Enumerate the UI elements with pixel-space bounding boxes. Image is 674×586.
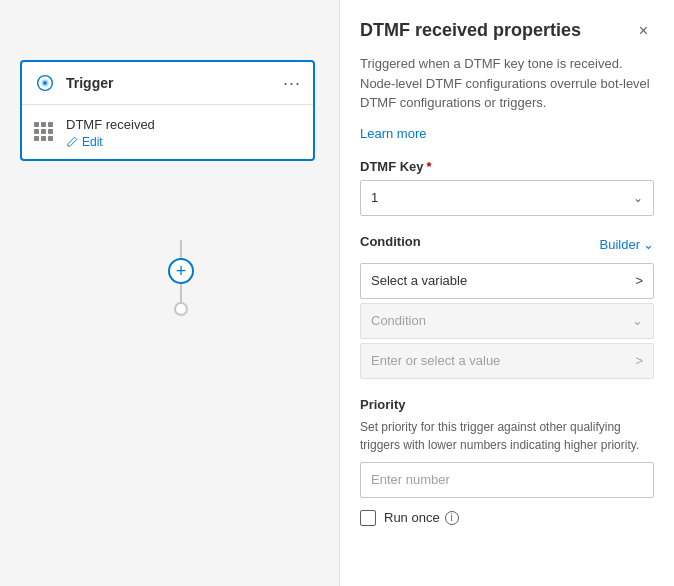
value-row: Enter or select a value > (360, 343, 654, 379)
priority-description: Set priority for this trigger against ot… (360, 418, 654, 454)
chevron-right-icon: > (635, 273, 643, 288)
priority-label: Priority (360, 397, 654, 412)
dtmf-grid-icon (34, 122, 56, 144)
trigger-icon (34, 72, 56, 94)
variable-select-dropdown[interactable]: Select a variable > (360, 263, 654, 299)
trigger-menu-button[interactable]: ··· (283, 73, 301, 94)
dtmf-key-dropdown[interactable]: 1 ⌄ (360, 180, 654, 216)
trigger-header-left: Trigger (34, 72, 113, 94)
close-button[interactable]: × (633, 20, 654, 42)
edit-link[interactable]: Edit (66, 135, 155, 149)
add-step-button[interactable]: + (168, 258, 194, 284)
trigger-title: Trigger (66, 75, 113, 91)
run-once-row: Run once i (360, 510, 654, 526)
run-once-checkbox[interactable] (360, 510, 376, 526)
connector-line-top (180, 240, 182, 258)
run-once-label: Run once i (384, 510, 459, 525)
condition-section: Condition Builder ⌄ Select a variable > … (360, 234, 654, 379)
chevron-down-icon: ⌄ (643, 237, 654, 252)
condition-header: Condition Builder ⌄ (360, 234, 654, 255)
dtmf-key-label: DTMF Key * (360, 159, 654, 174)
dtmf-label: DTMF received (66, 117, 155, 132)
chevron-right-icon: > (635, 353, 643, 368)
required-star: * (427, 159, 432, 174)
info-icon[interactable]: i (445, 511, 459, 525)
panel-title: DTMF received properties (360, 20, 581, 41)
properties-panel: DTMF received properties × Triggered whe… (340, 0, 674, 586)
end-circle (174, 302, 188, 316)
trigger-node: Trigger ··· DTMF received Edit (20, 60, 315, 161)
trigger-header: Trigger ··· (22, 62, 313, 105)
condition-placeholder: Condition (371, 313, 426, 328)
dtmf-key-section: DTMF Key * 1 ⌄ (360, 159, 654, 216)
svg-point-2 (43, 81, 47, 85)
dtmf-item: DTMF received Edit (22, 105, 313, 159)
dtmf-key-value: 1 (371, 190, 378, 205)
connector-line-bottom (180, 284, 182, 302)
builder-link[interactable]: Builder ⌄ (600, 237, 654, 252)
dtmf-content: DTMF received Edit (66, 117, 155, 149)
condition-label: Condition (360, 234, 421, 249)
priority-section: Priority Set priority for this trigger a… (360, 397, 654, 526)
panel-description: Triggered when a DTMF key tone is receiv… (360, 54, 654, 113)
connector-area: + (168, 240, 194, 316)
value-placeholder: Enter or select a value (371, 353, 500, 368)
canvas-area: Trigger ··· DTMF received Edit (0, 0, 340, 586)
panel-header: DTMF received properties × (360, 20, 654, 42)
priority-input[interactable] (360, 462, 654, 498)
learn-more-link[interactable]: Learn more (360, 126, 426, 141)
variable-select-placeholder: Select a variable (371, 273, 467, 288)
edit-icon (66, 136, 78, 148)
chevron-down-icon: ⌄ (633, 191, 643, 205)
condition-row: Condition ⌄ (360, 303, 654, 339)
chevron-down-icon: ⌄ (632, 313, 643, 328)
